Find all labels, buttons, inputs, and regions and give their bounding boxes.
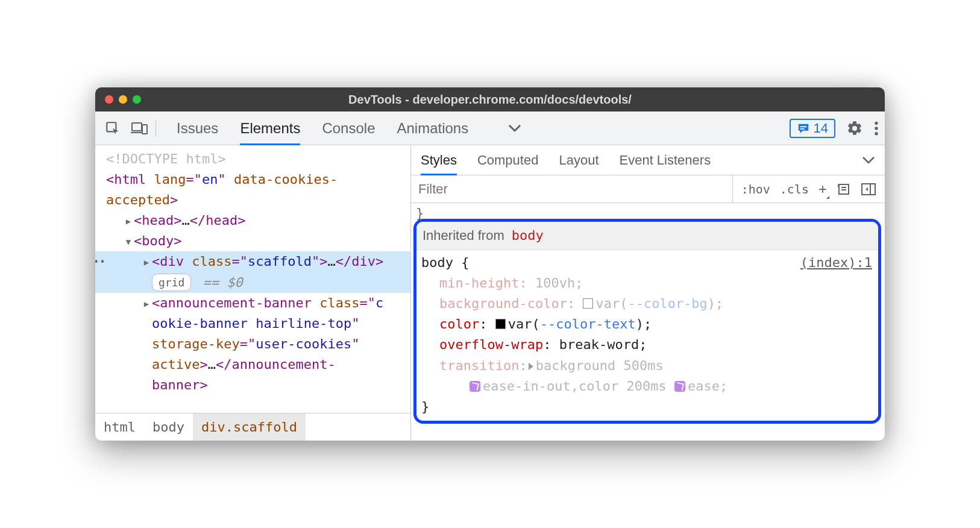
window-title: DevTools - developer.chrome.com/docs/dev… bbox=[95, 93, 885, 107]
bezier-editor-icon[interactable] bbox=[674, 381, 685, 392]
filter-actions: :hov .cls + bbox=[733, 181, 885, 198]
tab-animations[interactable]: Animations bbox=[397, 112, 468, 145]
console-ref: == $0 bbox=[203, 275, 243, 290]
svg-point-6 bbox=[875, 121, 878, 124]
collapse-icon[interactable]: ▼ bbox=[124, 236, 133, 249]
expand-shorthand-icon[interactable] bbox=[529, 363, 533, 370]
breadcrumb-body[interactable]: body bbox=[144, 413, 193, 441]
hov-toggle[interactable]: :hov bbox=[741, 182, 770, 196]
dom-announcement-banner[interactable]: ▶<announcement-banner class="c bbox=[106, 293, 410, 313]
panel-tabs: Issues Elements Console Animations bbox=[177, 112, 786, 145]
dom-banner-cont4[interactable]: banner> bbox=[106, 375, 410, 395]
issues-count-button[interactable]: 14 bbox=[790, 119, 835, 138]
breadcrumb-selected[interactable]: div.scaffold bbox=[193, 413, 306, 441]
decl-min-height[interactable]: min-height: 100vh; bbox=[439, 273, 872, 294]
toolbar-right: 14 bbox=[790, 119, 879, 138]
expand-icon[interactable]: ▶ bbox=[124, 215, 133, 228]
device-toolbar-icon[interactable] bbox=[128, 117, 151, 140]
tab-styles[interactable]: Styles bbox=[421, 145, 457, 175]
svg-rect-1 bbox=[132, 123, 142, 131]
more-styles-tabs-icon[interactable] bbox=[862, 156, 875, 165]
more-menu-icon[interactable] bbox=[874, 121, 879, 136]
inherited-header: Inherited from body bbox=[416, 222, 878, 250]
new-style-rule-icon[interactable]: + bbox=[818, 181, 827, 198]
color-swatch-icon[interactable] bbox=[583, 298, 593, 309]
node-actions-icon[interactable]: ••• bbox=[95, 255, 106, 270]
dom-doctype[interactable]: <!DOCTYPE html> bbox=[106, 149, 410, 169]
more-tabs-icon[interactable] bbox=[508, 124, 521, 133]
styles-filter-row: :hov .cls + bbox=[411, 175, 885, 203]
chat-bubble-icon bbox=[797, 122, 810, 134]
tab-computed[interactable]: Computed bbox=[477, 145, 539, 175]
tab-event-listeners[interactable]: Event Listeners bbox=[620, 145, 711, 175]
inherited-rule-highlight: Inherited from body body { (index):1 min… bbox=[413, 219, 881, 424]
close-window-button[interactable] bbox=[105, 95, 113, 104]
tab-issues[interactable]: Issues bbox=[177, 112, 218, 145]
svg-point-7 bbox=[875, 127, 878, 130]
traffic-lights bbox=[95, 95, 141, 104]
styles-body: } Inherited from body body { (index):1 m… bbox=[411, 203, 885, 441]
zoom-window-button[interactable] bbox=[133, 95, 141, 104]
cls-toggle[interactable]: .cls bbox=[780, 182, 809, 196]
inherited-from-element[interactable]: body bbox=[512, 228, 544, 243]
dom-banner-cont1[interactable]: ookie-banner hairline-top" bbox=[106, 313, 410, 334]
rule-selector[interactable]: body { bbox=[421, 253, 469, 273]
bezier-editor-icon[interactable] bbox=[470, 381, 480, 392]
dom-body-open[interactable]: ▼<body> bbox=[106, 231, 410, 251]
decl-background-color[interactable]: background-color: var(--color-bg); bbox=[439, 294, 872, 314]
tab-elements[interactable]: Elements bbox=[240, 112, 300, 145]
dom-html-open[interactable]: <html lang="en" data-cookies- bbox=[106, 169, 410, 190]
dom-banner-cont2[interactable]: storage-key="user-cookies" bbox=[106, 334, 410, 354]
expand-icon[interactable]: ▶ bbox=[142, 298, 151, 311]
rule-header: body { (index):1 bbox=[416, 250, 878, 273]
rule-close-brace: } bbox=[416, 397, 878, 417]
minimize-window-button[interactable] bbox=[119, 95, 127, 104]
grid-badge[interactable]: grid bbox=[152, 274, 191, 292]
content-area: <!DOCTYPE html> <html lang="en" data-coo… bbox=[95, 145, 885, 441]
elements-panel: <!DOCTYPE html> <html lang="en" data-coo… bbox=[95, 145, 411, 441]
decl-overflow-wrap[interactable]: overflow-wrap: break-word; bbox=[439, 335, 872, 355]
breadcrumb-html[interactable]: html bbox=[95, 413, 144, 441]
computed-styles-icon[interactable] bbox=[837, 183, 851, 196]
inspect-element-icon[interactable] bbox=[101, 117, 124, 140]
rule-source-link[interactable]: (index):1 bbox=[800, 253, 872, 273]
rule-declarations: min-height: 100vh; background-color: var… bbox=[416, 273, 878, 397]
svg-rect-5 bbox=[800, 128, 804, 130]
decl-transition[interactable]: transition:background 500ms bbox=[439, 356, 872, 376]
toggle-sidebar-icon[interactable] bbox=[861, 183, 876, 196]
svg-rect-3 bbox=[142, 125, 147, 134]
dom-selected-node[interactable]: ••• ▶<div class="scaffold">…</div> grid … bbox=[95, 251, 410, 292]
color-swatch-icon[interactable] bbox=[495, 319, 506, 329]
devtools-window: DevTools - developer.chrome.com/docs/dev… bbox=[95, 87, 885, 441]
expand-icon[interactable]: ▶ bbox=[142, 256, 151, 269]
decl-color[interactable]: color: var(--color-text); bbox=[439, 314, 872, 335]
svg-rect-4 bbox=[800, 126, 806, 127]
tab-console[interactable]: Console bbox=[322, 112, 375, 145]
dom-banner-cont3[interactable]: active>…</announcement- bbox=[106, 354, 410, 375]
tab-layout[interactable]: Layout bbox=[559, 145, 598, 175]
styles-tabs: Styles Computed Layout Event Listeners bbox=[411, 145, 885, 175]
styles-filter-input[interactable] bbox=[411, 175, 733, 203]
dom-tree[interactable]: <!DOCTYPE html> <html lang="en" data-coo… bbox=[95, 145, 410, 413]
issues-count: 14 bbox=[814, 121, 828, 136]
dom-head[interactable]: ▶<head>…</head> bbox=[106, 210, 410, 231]
breadcrumb: html body div.scaffold bbox=[95, 413, 410, 441]
svg-point-8 bbox=[875, 131, 878, 134]
styles-panel: Styles Computed Layout Event Listeners :… bbox=[411, 145, 885, 441]
titlebar: DevTools - developer.chrome.com/docs/dev… bbox=[95, 87, 885, 112]
dom-html-open-cont[interactable]: accepted> bbox=[106, 190, 410, 210]
toolbar-divider bbox=[155, 120, 156, 137]
decl-transition-cont[interactable]: ease-in-out,color 200ms ease; bbox=[439, 376, 872, 397]
main-toolbar: Issues Elements Console Animations 14 bbox=[95, 112, 885, 145]
svg-rect-11 bbox=[862, 184, 875, 195]
settings-icon[interactable] bbox=[846, 120, 863, 137]
